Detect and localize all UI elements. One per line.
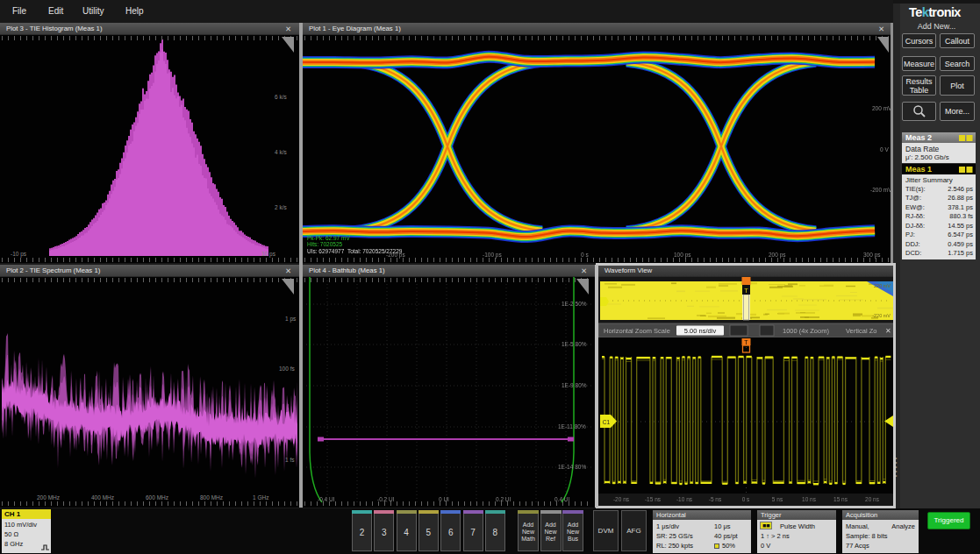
svg-text:0 s: 0 s: [742, 496, 750, 502]
svg-text:-10 ns: -10 ns: [676, 496, 693, 502]
svg-text:1000 (4x Zoom): 1000 (4x Zoom): [783, 327, 829, 335]
svg-text:-20 ns: -20 ns: [613, 496, 630, 502]
svg-text:220 mV: 220 mV: [874, 283, 891, 288]
svg-text:C1: C1: [603, 419, 611, 425]
svg-text:10 ns: 10 ns: [802, 496, 817, 502]
svg-text:-220 mV: -220 mV: [872, 313, 891, 318]
svg-text:5 ns: 5 ns: [772, 496, 783, 502]
svg-text:T: T: [744, 287, 748, 295]
svg-text:-5 ns: -5 ns: [709, 496, 722, 502]
svg-text:20 ns: 20 ns: [865, 496, 880, 502]
svg-text:T: T: [744, 339, 748, 345]
svg-text:5.00 ns/div: 5.00 ns/div: [684, 327, 717, 335]
svg-text:15 ns: 15 ns: [833, 496, 848, 502]
svg-text:-15 ns: -15 ns: [645, 496, 662, 502]
svg-text:✕: ✕: [885, 327, 891, 335]
svg-text:Vertical Zo: Vertical Zo: [846, 327, 876, 335]
svg-text:Horizontal Zoom Scale: Horizontal Zoom Scale: [604, 327, 670, 335]
